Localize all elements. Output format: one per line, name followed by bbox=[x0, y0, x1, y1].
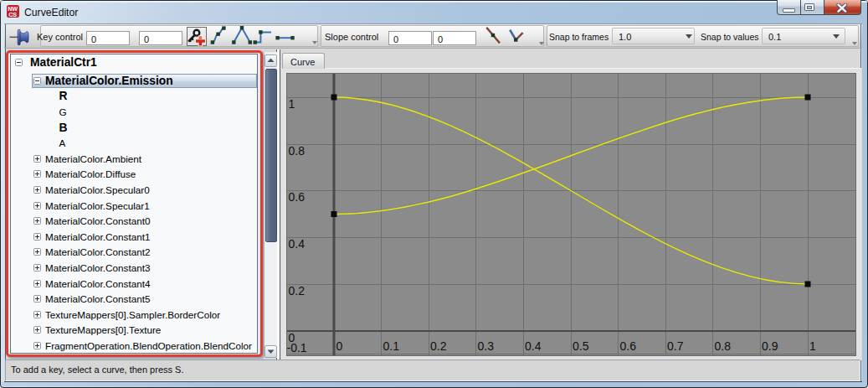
svg-text:0.6: 0.6 bbox=[620, 339, 637, 353]
svg-text:0.4: 0.4 bbox=[289, 237, 306, 251]
svg-text:0.2: 0.2 bbox=[430, 339, 447, 353]
svg-text:0: 0 bbox=[336, 339, 343, 353]
svg-text:1: 1 bbox=[289, 97, 295, 111]
svg-text:0.8: 0.8 bbox=[715, 339, 732, 353]
svg-text:0.2: 0.2 bbox=[289, 284, 306, 297]
svg-text:0.5: 0.5 bbox=[573, 339, 589, 353]
svg-text:-0.1: -0.1 bbox=[287, 341, 307, 354]
svg-text:0.7: 0.7 bbox=[667, 339, 684, 353]
svg-text:0.3: 0.3 bbox=[478, 339, 495, 353]
svg-text:0.1: 0.1 bbox=[383, 339, 400, 353]
svg-text:0.8: 0.8 bbox=[289, 144, 306, 158]
svg-text:0.6: 0.6 bbox=[289, 190, 306, 204]
svg-text:1: 1 bbox=[809, 339, 816, 353]
svg-text:0.4: 0.4 bbox=[525, 339, 542, 353]
svg-text:0.9: 0.9 bbox=[762, 339, 778, 353]
